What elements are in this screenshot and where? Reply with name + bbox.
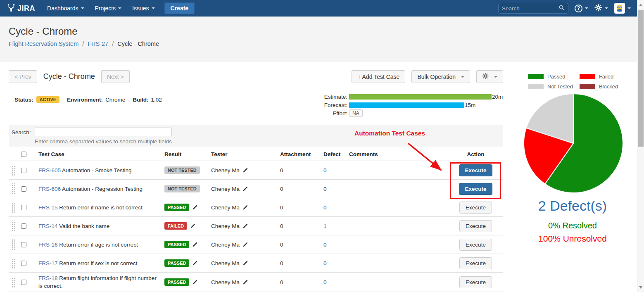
chevron-down-icon — [494, 76, 497, 78]
drag-handle[interactable] — [11, 165, 15, 176]
result-badge[interactable]: NOT TESTED — [164, 166, 200, 174]
help-menu[interactable]: ? — [575, 5, 588, 12]
execute-button[interactable]: Execute — [459, 239, 492, 251]
nav-search-input[interactable] — [502, 5, 558, 12]
row-checkbox[interactable] — [21, 280, 26, 285]
row-checkbox[interactable] — [21, 242, 26, 247]
row-checkbox-cell — [21, 280, 34, 285]
edit-result-icon[interactable] — [192, 260, 198, 266]
next-button[interactable]: Next > — [101, 70, 130, 83]
nav-search-box[interactable] — [498, 3, 568, 14]
nav-menu-item-projects[interactable]: Projects — [90, 0, 127, 17]
drag-handle[interactable] — [11, 258, 15, 268]
edit-tester-icon[interactable] — [242, 186, 248, 192]
test-case-link[interactable]: FRS-605 — [38, 167, 61, 173]
tester-name: Cheney Ma — [211, 260, 240, 266]
add-test-case-button[interactable]: + Add Test Case — [352, 70, 405, 83]
action-cell: Execute — [448, 164, 503, 176]
scroll-down-button[interactable] — [637, 284, 644, 291]
column-header-test-case: Test Case — [34, 150, 164, 158]
breadcrumb: Flight Reservation System/FRS-27/Cycle -… — [9, 40, 159, 47]
execute-button[interactable]: Execute — [459, 276, 492, 288]
result-badge[interactable]: PASSED — [164, 278, 189, 286]
select-all-checkbox[interactable] — [21, 152, 26, 157]
edit-result-icon[interactable] — [192, 279, 198, 285]
test-case-link[interactable]: FRS-18 — [38, 275, 58, 281]
defect-cell: 0 — [323, 167, 349, 173]
row-checkbox[interactable] — [21, 186, 26, 192]
test-case-link[interactable]: FRS-15 — [38, 204, 58, 211]
forecast-bar — [349, 102, 464, 108]
drag-handle[interactable] — [11, 202, 15, 213]
execute-button[interactable]: Execute — [459, 220, 492, 232]
test-case-link[interactable]: FRS-16 — [38, 242, 58, 248]
legend-swatch-blocked — [580, 84, 595, 89]
vertical-scrollbar[interactable] — [637, 0, 644, 292]
result-badge[interactable]: PASSED — [164, 204, 189, 211]
breadcrumb-item[interactable]: Flight Reservation System — [9, 40, 78, 47]
result-badge[interactable]: FAILED — [164, 222, 187, 230]
jira-logo[interactable]: JIRA — [7, 3, 35, 14]
estimate-bar — [349, 94, 492, 100]
test-case-link[interactable]: FRS-17 — [38, 260, 58, 266]
edit-tester-icon[interactable] — [242, 223, 248, 229]
row-checkbox[interactable] — [21, 223, 26, 229]
result-badge[interactable]: NOT TESTED — [164, 185, 200, 192]
cycle-settings-button[interactable] — [476, 70, 503, 83]
edit-result-icon[interactable] — [190, 223, 196, 229]
execute-button[interactable]: Execute — [459, 257, 492, 269]
drag-handle[interactable] — [11, 277, 15, 287]
defect-count: 0 — [323, 167, 327, 173]
nav-menu-item-dashboards[interactable]: Dashboards — [42, 0, 90, 17]
tester-cell: Cheney Ma — [211, 260, 275, 266]
tester-name: Cheney Ma — [211, 204, 240, 211]
edit-result-icon[interactable] — [192, 242, 198, 247]
drag-handle[interactable] — [11, 183, 15, 194]
chevron-down-icon — [605, 7, 608, 9]
edit-tester-icon[interactable] — [242, 167, 248, 173]
attachment-count: 0 — [280, 242, 283, 248]
edit-tester-icon[interactable] — [242, 242, 248, 247]
test-case-link[interactable]: FRS-14 — [38, 223, 58, 229]
test-case-cell: FRS-606 Automation - Regression Testing — [34, 183, 164, 195]
test-case-cell: FRS-15 Return error if name is not corre… — [34, 202, 164, 213]
column-header-result: Result — [164, 151, 211, 157]
admin-menu[interactable] — [594, 4, 608, 13]
breadcrumb-separator: / — [112, 40, 114, 47]
drag-handle[interactable] — [11, 221, 15, 231]
environment-label: Environment: — [67, 97, 103, 103]
result-badge[interactable]: PASSED — [164, 241, 189, 248]
bulk-operation-button[interactable]: Bulk Operation — [411, 70, 470, 83]
nav-menu-item-issues[interactable]: Issues — [127, 0, 160, 17]
chevron-down-icon — [461, 76, 464, 78]
table-row-frs-16: FRS-16 Return error if age is not correc… — [9, 235, 503, 254]
edit-tester-icon[interactable] — [242, 204, 248, 210]
status-label: Status: — [14, 97, 33, 103]
edit-result-icon[interactable] — [192, 204, 198, 210]
user-avatar — [614, 3, 625, 14]
jira-logo-text: JIRA — [17, 4, 35, 13]
breadcrumb-item[interactable]: FRS-27 — [88, 40, 108, 47]
user-menu[interactable] — [614, 3, 631, 14]
tester-name: Cheney Ma — [211, 242, 240, 248]
row-checkbox[interactable] — [21, 205, 26, 210]
execute-button[interactable]: Execute — [459, 202, 492, 214]
row-checkbox[interactable] — [21, 168, 26, 173]
execute-button[interactable]: Execute — [459, 164, 493, 176]
test-case-cell: FRS-17 Return error if sex is not correc… — [34, 258, 164, 269]
nav-right: ? — [498, 3, 644, 14]
create-button[interactable]: Create — [164, 2, 195, 14]
prev-button[interactable]: < Prev — [9, 70, 37, 83]
defect-count: 0 — [323, 260, 327, 266]
execute-button[interactable]: Execute — [459, 183, 493, 195]
scrollbar-thumb[interactable] — [638, 10, 644, 147]
defect-count-link[interactable]: 1 — [323, 223, 327, 229]
edit-tester-icon[interactable] — [242, 260, 248, 266]
scroll-up-button[interactable] — [637, 1, 644, 8]
row-checkbox[interactable] — [21, 261, 26, 266]
drag-handle[interactable] — [11, 239, 15, 250]
result-badge[interactable]: PASSED — [164, 259, 189, 267]
test-case-link[interactable]: FRS-606 — [38, 186, 61, 192]
table-search-input[interactable] — [35, 128, 171, 136]
edit-tester-icon[interactable] — [242, 279, 248, 285]
